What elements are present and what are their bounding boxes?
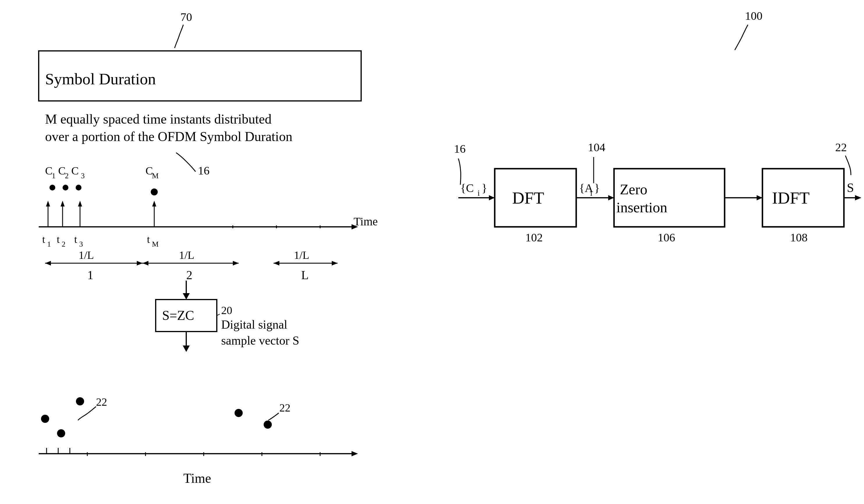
t3-label: t xyxy=(74,234,77,245)
szc-label: S=ZC xyxy=(162,308,194,323)
ref16-left-line xyxy=(176,153,195,172)
ci-brace: } xyxy=(482,182,487,195)
bracket-1L-2-left xyxy=(143,261,148,266)
cm-dot xyxy=(151,188,158,195)
input-arrow-head xyxy=(489,195,495,200)
symbol-duration-label: Symbol Duration xyxy=(45,70,156,88)
ref-16-left: 16 xyxy=(198,164,209,177)
t2-sub: 2 xyxy=(62,240,65,248)
t1-sub: 1 xyxy=(47,240,51,248)
ref70-line xyxy=(175,25,183,48)
m-equally-text-2: over a portion of the OFDM Symbol Durati… xyxy=(45,129,292,144)
sample-dot-4 xyxy=(235,409,243,417)
ci-label: {C xyxy=(460,182,474,195)
t2-label: t xyxy=(57,234,60,245)
ref22-left-line xyxy=(78,407,96,420)
ref-22-right: 22 xyxy=(279,402,290,414)
t3-sub: 3 xyxy=(79,240,83,248)
zero-label-1: Zero xyxy=(620,181,647,197)
zero-label-2: insertion xyxy=(616,199,667,216)
seg-L: L xyxy=(301,268,309,282)
ai-brace: } xyxy=(594,182,600,195)
bracket-1L-2-right xyxy=(233,261,239,266)
ref-22-block: 22 xyxy=(835,141,847,154)
output-arrow-head xyxy=(855,195,861,200)
ci-sub: i xyxy=(478,188,480,197)
sample-dot-2 xyxy=(57,429,65,438)
sample-dot-3 xyxy=(76,397,84,405)
ref-16-right: 16 xyxy=(454,142,466,155)
time-label-upper: Time xyxy=(353,215,378,228)
dot2 xyxy=(62,185,68,190)
seg-1: 1 xyxy=(87,268,93,282)
frac-1L-2: 1/L xyxy=(179,249,194,261)
c3-sub: 3 xyxy=(81,172,85,180)
tm-sub: M xyxy=(152,240,159,248)
ref-106: 106 xyxy=(658,231,675,244)
bracket-1L-L-left xyxy=(274,261,279,266)
ref-108: 108 xyxy=(790,231,807,244)
diagram-svg: 70 Symbol Duration M equally spaced time… xyxy=(0,0,864,504)
ref-100: 100 xyxy=(745,9,763,22)
ref100-line xyxy=(735,25,748,50)
time-label-lower: Time xyxy=(183,471,211,486)
s-out-label: S xyxy=(847,181,854,195)
ref-104: 104 xyxy=(588,141,605,154)
t1-label: t xyxy=(42,234,45,245)
ai-sub: i xyxy=(590,188,592,197)
dot1 xyxy=(49,185,55,190)
arrow-down-to-szc-head xyxy=(183,293,190,299)
c1c2c3-label: C xyxy=(45,164,52,177)
arrow-t3-head xyxy=(78,201,82,207)
page: 70 Symbol Duration M equally spaced time… xyxy=(0,0,864,504)
arrow-t2-head xyxy=(61,201,64,207)
ref22-block-line xyxy=(845,156,851,175)
arrow-t1-head xyxy=(46,201,50,207)
bracket-1L-1-right xyxy=(137,261,143,266)
ref22-right-line xyxy=(268,413,279,420)
dot3 xyxy=(76,185,82,190)
zero-to-idft-arrow-head xyxy=(757,195,763,200)
dft-to-zero-arrow-head xyxy=(608,195,614,200)
sample-dot-5 xyxy=(264,420,272,429)
seg-2: 2 xyxy=(186,268,192,282)
digital-signal-label-2: sample vector S xyxy=(221,334,299,347)
bracket-1L-1-left xyxy=(45,261,51,266)
frac-1L-L: 1/L xyxy=(294,249,309,261)
c2-label: C xyxy=(58,164,65,177)
arrow-tm-head xyxy=(152,201,156,207)
m-equally-text-1: M equally spaced time instants distribut… xyxy=(45,112,272,126)
c1-sub: 1 xyxy=(52,172,56,180)
arrow-down-from-szc-head xyxy=(183,345,190,352)
ref-102: 102 xyxy=(525,231,543,244)
ref-20: 20 xyxy=(221,304,232,317)
bracket-1L-L-right xyxy=(332,261,338,266)
c3-label: C xyxy=(71,164,79,177)
ref-70: 70 xyxy=(180,11,192,24)
frac-1L-1: 1/L xyxy=(79,249,94,261)
tm-label: t xyxy=(147,234,150,245)
ref16-right-line xyxy=(458,159,461,185)
cm-sub: M xyxy=(152,172,159,180)
sample-dot-1 xyxy=(41,415,49,423)
digital-signal-label-1: Digital signal xyxy=(221,318,287,331)
zero-insertion-box xyxy=(614,169,724,227)
time-axis-lower-arrow xyxy=(351,451,358,456)
dft-label: DFT xyxy=(512,188,544,207)
c2-sub: 2 xyxy=(65,172,69,180)
ref-22-left: 22 xyxy=(96,396,107,408)
idft-label: IDFT xyxy=(772,188,809,207)
